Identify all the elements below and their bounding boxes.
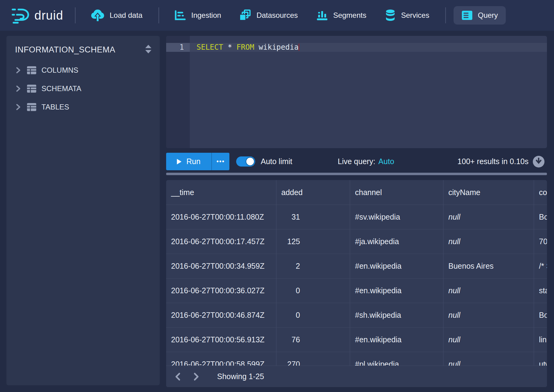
sql-keyword: SELECT	[197, 43, 223, 52]
cell-channel[interactable]: #en.wikipedia	[350, 254, 443, 278]
chevron-right-icon	[15, 103, 21, 111]
cell-added[interactable]: 2	[276, 254, 350, 278]
cell-channel[interactable]: #sv.wikipedia	[350, 205, 443, 229]
cell-added[interactable]: 0	[276, 303, 350, 327]
nav-item-load-data[interactable]: Load data	[91, 9, 142, 22]
cell-added[interactable]: 0	[276, 279, 350, 303]
table-icon	[27, 103, 37, 111]
druid-logo-icon	[11, 6, 31, 25]
nav-item-segments[interactable]: Segments	[316, 10, 366, 21]
cell-cityname[interactable]: null	[443, 205, 534, 229]
previous-page-button[interactable]	[171, 370, 185, 383]
cell-comment[interactable]: Bot	[534, 205, 547, 229]
cell-comment[interactable]: link	[534, 328, 547, 352]
navbar-divider	[445, 7, 446, 23]
nav-item-datasources[interactable]: Datasources	[239, 9, 298, 21]
table-row: 2016-06-27T00:00:56.913Z76#en.wikipedian…	[166, 327, 547, 352]
table-row: 2016-06-27T00:00:34.959Z2#en.wikipediaBu…	[166, 254, 547, 278]
nav-item-label: Segments	[333, 11, 366, 20]
next-page-button[interactable]	[189, 370, 203, 383]
results-summary: 100+ results in 0.10s	[458, 157, 529, 166]
sort-double-caret-icon[interactable]	[144, 44, 152, 56]
run-more-options-button[interactable]: •••	[212, 153, 229, 170]
sidebar-item-label: SCHEMATA	[41, 84, 81, 93]
column-header-time[interactable]: __time	[166, 180, 276, 205]
sql-code-line[interactable]: SELECT * FROM wikipedia	[190, 43, 547, 52]
cell-time[interactable]: 2016-06-27T00:00:46.874Z	[166, 303, 276, 327]
cell-cityname[interactable]: null	[443, 279, 534, 303]
bar-chart-icon	[316, 10, 328, 21]
database-icon	[385, 9, 396, 21]
nav-item-query[interactable]: Query	[454, 6, 506, 25]
line-number: 1	[166, 43, 190, 52]
chevron-right-icon	[15, 67, 21, 74]
sidebar-item-schemata[interactable]: SCHEMATA	[6, 79, 160, 98]
cell-channel[interactable]: #en.wikipedia	[350, 328, 443, 352]
navbar-divider	[75, 7, 76, 23]
auto-limit-toggle[interactable]	[236, 156, 255, 167]
top-navbar: druid Load data	[0, 0, 554, 31]
cell-channel[interactable]: #en.wikipedia	[350, 279, 443, 303]
cell-channel[interactable]: #ja.wikipedia	[350, 229, 443, 254]
druid-logo[interactable]: druid	[11, 6, 63, 25]
cloud-upload-icon	[91, 9, 104, 22]
cell-time[interactable]: 2016-06-27T00:00:36.027Z	[166, 279, 276, 303]
query-toolbar: Run ••• Auto limit Live query: Auto 100+…	[166, 153, 547, 170]
cell-cityname[interactable]: Buenos Aires	[443, 254, 534, 278]
live-query-value[interactable]: Auto	[378, 157, 394, 166]
table-row: 2016-06-27T00:00:17.457Z125#ja.wikipedia…	[166, 229, 547, 254]
column-header-cityName[interactable]: cityName	[443, 180, 534, 205]
cell-time[interactable]: 2016-06-27T00:00:17.457Z	[166, 229, 276, 254]
sql-table-name: wikipedia	[259, 43, 298, 52]
nav-item-label: Query	[478, 11, 498, 20]
results-table-header: __timeaddedchannelcityNamecomment	[166, 180, 547, 205]
showing-range-label: Showing 1-25	[217, 372, 264, 381]
sidebar-item-tables[interactable]: TABLES	[6, 98, 160, 116]
cell-cityname[interactable]: null	[443, 229, 534, 254]
editor-gutter: 1	[166, 36, 190, 148]
column-header-added[interactable]: added	[276, 180, 350, 205]
table-row: 2016-06-27T00:00:46.874Z0#sh.wikipedianu…	[166, 303, 547, 327]
cell-comment[interactable]: /* S	[534, 254, 547, 278]
gantt-chart-icon	[174, 10, 186, 21]
run-button[interactable]: Run	[166, 153, 212, 170]
stacked-layers-icon	[239, 9, 251, 21]
results-pagination-bar: Showing 1-25	[166, 366, 547, 387]
nav-item-label: Load data	[110, 11, 142, 20]
table-header-row: __timeaddedchannelcityNamecomment	[166, 180, 547, 205]
cell-cityname[interactable]: null	[443, 328, 534, 352]
cell-comment[interactable]: sta	[534, 279, 547, 303]
download-results-button[interactable]	[533, 156, 544, 167]
run-button-label: Run	[186, 157, 201, 166]
cell-added[interactable]: 125	[276, 229, 350, 254]
cell-added[interactable]: 76	[276, 328, 350, 352]
cell-time[interactable]: 2016-06-27T00:00:11.080Z	[166, 205, 276, 229]
auto-limit-label: Auto limit	[261, 157, 292, 166]
cell-cityname[interactable]: null	[443, 303, 534, 327]
live-query-label: Live query:	[338, 157, 375, 166]
table-icon	[27, 84, 37, 93]
sidebar-item-columns[interactable]: COLUMNS	[6, 61, 160, 79]
column-header-channel[interactable]: channel	[350, 180, 443, 205]
play-icon	[177, 159, 181, 164]
sql-keyword: FROM	[236, 43, 254, 52]
cell-comment[interactable]: Bot	[534, 303, 547, 327]
sidebar-item-label: TABLES	[41, 103, 69, 111]
cell-added[interactable]: 31	[276, 205, 350, 229]
query-document-icon	[462, 10, 473, 20]
toggle-knob	[246, 157, 255, 166]
sql-star: *	[228, 43, 232, 52]
cell-comment[interactable]: 70.	[534, 229, 547, 254]
cell-time[interactable]: 2016-06-27T00:00:56.913Z	[166, 328, 276, 352]
table-row: 2016-06-27T00:00:11.080Z31#sv.wikipedian…	[166, 205, 547, 229]
column-header-comment[interactable]: comment	[534, 180, 547, 205]
nav-item-services[interactable]: Services	[385, 9, 429, 21]
sql-editor[interactable]: 1 SELECT * FROM wikipedia	[166, 36, 547, 148]
navbar-divider	[158, 7, 159, 23]
sidebar-item-label: COLUMNS	[41, 66, 78, 75]
nav-item-ingestion[interactable]: Ingestion	[174, 10, 221, 21]
results-table-body: 2016-06-27T00:00:11.080Z31#sv.wikipedian…	[166, 205, 547, 376]
cell-channel[interactable]: #sh.wikipedia	[350, 303, 443, 327]
panel-resize-splitter[interactable]	[166, 173, 547, 175]
cell-time[interactable]: 2016-06-27T00:00:34.959Z	[166, 254, 276, 278]
